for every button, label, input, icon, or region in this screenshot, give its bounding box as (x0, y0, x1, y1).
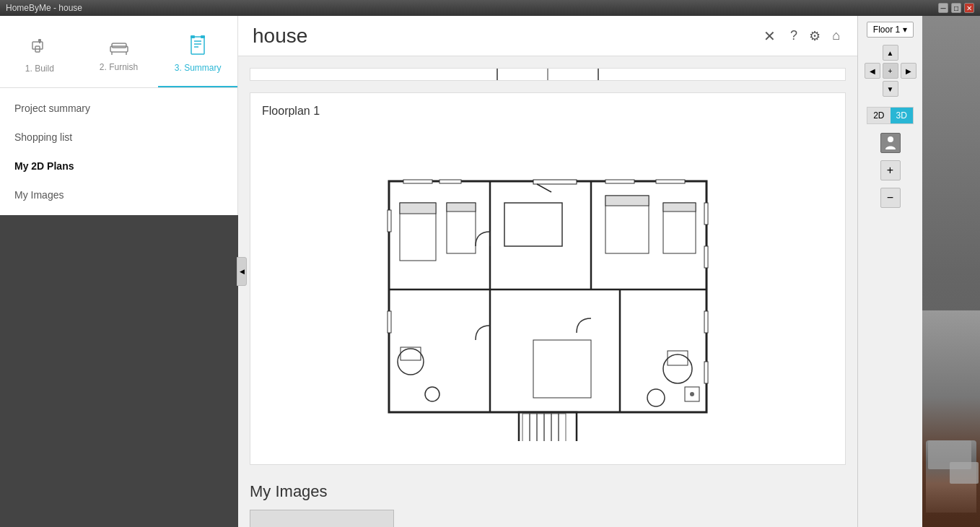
tab-build[interactable]: 1. Build (0, 22, 79, 87)
floor-label: Floor 1 (873, 25, 900, 35)
svg-rect-57 (522, 414, 530, 441)
content-scroll[interactable]: Floorplan 1 (238, 56, 857, 527)
svg-point-56 (690, 392, 694, 396)
sidebar-nav: Project summary Shopping list My 2D Plan… (0, 88, 237, 215)
top-floorplan-preview (439, 68, 656, 81)
svg-rect-60 (544, 414, 551, 441)
svg-rect-41 (447, 203, 476, 212)
help-button[interactable]: ? (787, 25, 800, 46)
view-2d-button[interactable]: 2D (867, 108, 890, 123)
sidebar-item-project-summary[interactable]: Project summary (0, 94, 237, 123)
zoom-in-button[interactable]: + (880, 160, 901, 180)
svg-rect-62 (559, 414, 566, 441)
svg-rect-0 (32, 42, 43, 49)
window-controls: ─ □ ✕ (938, 3, 974, 13)
close-window-button[interactable]: ✕ (964, 3, 974, 13)
floorplan-card: Floorplan 1 (250, 92, 846, 465)
tab-furnish[interactable]: 2. Furnish (79, 22, 159, 87)
maximize-button[interactable]: □ (951, 3, 961, 13)
furnish-icon (108, 38, 131, 58)
collapse-icon: ◀ (240, 268, 245, 275)
svg-rect-31 (656, 180, 685, 183)
svg-rect-33 (704, 246, 708, 268)
tab-summary[interactable]: 3. Summary (158, 22, 237, 87)
svg-rect-26 (533, 180, 577, 184)
svg-point-48 (398, 349, 424, 375)
person-icon (885, 136, 896, 150)
content-close-button[interactable]: ✕ (758, 25, 782, 48)
svg-rect-19 (389, 181, 706, 412)
title-bar: HomeByMe - house ─ □ ✕ (0, 0, 980, 16)
main-content: house ✕ ? ⚙ ⌂ (238, 16, 857, 527)
floor-selector[interactable]: Floor 1 ▾ (867, 22, 914, 38)
svg-rect-28 (403, 180, 432, 183)
svg-rect-58 (530, 414, 537, 441)
svg-rect-32 (704, 203, 708, 225)
svg-rect-42 (504, 203, 562, 246)
nav-cross: ▲ ◀ + ▶ ▼ (865, 45, 916, 97)
settings-button[interactable]: ⚙ (806, 25, 823, 47)
header-icons: ✕ ? ⚙ ⌂ (758, 25, 843, 48)
view-3d-button[interactable]: 3D (891, 108, 913, 123)
app-title: HomeByMe - house (6, 3, 82, 13)
minimize-button[interactable]: ─ (938, 3, 948, 13)
content-header: house ✕ ? ⚙ ⌂ (238, 16, 857, 56)
sidebar-wrapper: 1. Build 2. Furnish (0, 16, 238, 527)
3d-preview (922, 16, 980, 527)
person-view-button[interactable] (880, 133, 901, 153)
sidebar-collapse-button[interactable]: ◀ (237, 257, 247, 286)
nav-center-button[interactable]: + (883, 63, 898, 79)
svg-rect-39 (400, 203, 436, 214)
tab-summary-label: 3. Summary (175, 63, 222, 73)
right-panel: house ✕ ? ⚙ ⌂ (238, 16, 980, 527)
home-button[interactable]: ⌂ (829, 25, 843, 46)
sidebar-item-my-images[interactable]: My Images (0, 180, 237, 209)
sidebar-tabs: 1. Build 2. Furnish (0, 16, 237, 88)
svg-rect-4 (110, 46, 128, 52)
floorplan-image (262, 126, 834, 453)
floorplan-svg (346, 138, 750, 441)
nav-up-button[interactable]: ▲ (883, 45, 898, 61)
floorplan-title: Floorplan 1 (262, 105, 834, 118)
svg-point-64 (888, 136, 893, 142)
svg-rect-59 (537, 414, 544, 441)
svg-rect-25 (519, 412, 577, 441)
svg-rect-35 (704, 362, 708, 383)
nav-left-button[interactable]: ◀ (865, 63, 880, 79)
svg-rect-51 (533, 340, 591, 398)
my-images-title: My Images (250, 482, 846, 501)
svg-point-54 (647, 389, 665, 406)
svg-line-27 (537, 184, 551, 192)
tab-furnish-label: 2. Furnish (100, 62, 138, 72)
svg-rect-30 (605, 180, 634, 183)
3d-preview-content (922, 310, 980, 527)
svg-rect-3 (38, 39, 41, 42)
svg-rect-53 (668, 351, 688, 365)
app-container: 1. Build 2. Furnish (0, 16, 980, 527)
svg-rect-61 (551, 414, 559, 441)
my-images-placeholder (250, 510, 394, 527)
svg-rect-29 (439, 180, 461, 183)
tab-build-label: 1. Build (25, 64, 54, 74)
svg-rect-13 (201, 35, 205, 38)
svg-rect-8 (191, 37, 204, 54)
zoom-out-button[interactable]: − (880, 188, 901, 208)
build-icon (30, 36, 50, 59)
svg-point-50 (425, 387, 439, 401)
summary-icon (189, 35, 206, 58)
svg-rect-36 (388, 210, 391, 232)
nav-right-button[interactable]: ▶ (901, 63, 916, 79)
floor-dropdown-arrow-icon: ▾ (903, 25, 907, 35)
svg-rect-5 (112, 43, 126, 48)
sidebar-item-my-2d-plans[interactable]: My 2D Plans (0, 152, 237, 180)
sidebar-item-shopping-list[interactable]: Shopping list (0, 123, 237, 152)
svg-rect-46 (663, 203, 696, 212)
my-images-section: My Images (250, 476, 846, 527)
svg-rect-44 (605, 196, 649, 206)
svg-rect-12 (191, 35, 195, 38)
top-image-card (250, 68, 846, 81)
nav-down-button[interactable]: ▼ (883, 81, 898, 97)
svg-rect-37 (388, 311, 391, 333)
page-title: house (253, 25, 307, 48)
view-toggle: 2D 3D (867, 107, 914, 124)
